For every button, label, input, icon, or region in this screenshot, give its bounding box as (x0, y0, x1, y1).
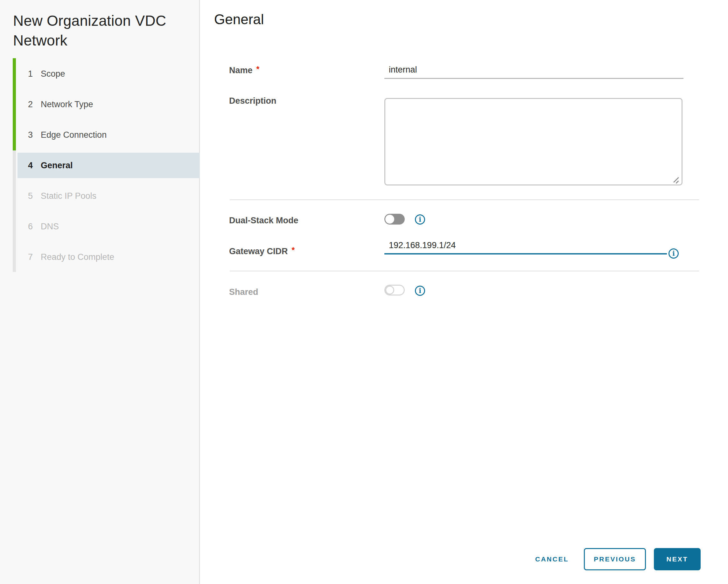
name-label: Name* (229, 65, 259, 75)
step-label: Static IP Pools (41, 191, 97, 201)
step-number: 6 (28, 222, 41, 232)
cancel-button[interactable]: CANCEL (528, 548, 576, 570)
shared-toggle (384, 285, 405, 295)
step-item-scope[interactable]: 1 Scope (0, 58, 200, 89)
step-label: General (41, 161, 73, 170)
step-number: 1 (28, 69, 41, 79)
textarea-resize-handle-icon[interactable] (673, 176, 681, 184)
dual-stack-toggle[interactable] (384, 214, 405, 224)
wizard-title: New Organization VDC Network (13, 11, 191, 50)
step-item-general[interactable]: 4 General (0, 150, 200, 181)
step-item-edge-connection[interactable]: 3 Edge Connection (0, 120, 200, 150)
step-number: 5 (28, 191, 41, 201)
page-title: General (214, 11, 264, 27)
step-number: 4 (28, 161, 41, 170)
section-divider (230, 271, 699, 271)
step-number: 3 (28, 130, 41, 140)
step-item-network-type[interactable]: 2 Network Type (0, 89, 200, 120)
step-number: 7 (28, 252, 41, 262)
dual-stack-mode-label: Dual-Stack Mode (229, 216, 298, 225)
info-icon[interactable]: i (669, 248, 679, 259)
required-asterisk: * (292, 245, 295, 255)
step-label: Edge Connection (41, 130, 107, 140)
step-label: Network Type (41, 100, 93, 109)
toggle-knob (385, 286, 394, 295)
gateway-cidr-label: Gateway CIDR* (229, 246, 295, 256)
step-item-static-ip-pools: 5 Static IP Pools (0, 181, 200, 211)
step-item-ready-to-complete: 7 Ready to Complete (0, 242, 200, 272)
step-label: Scope (41, 69, 65, 79)
previous-button[interactable]: PREVIOUS (584, 548, 646, 570)
name-input[interactable] (384, 63, 683, 79)
gateway-cidr-input[interactable] (384, 239, 667, 255)
wizard-sidebar: New Organization VDC Network 1 Scope 2 N… (0, 0, 200, 584)
info-icon[interactable]: i (415, 286, 425, 296)
step-item-dns: 6 DNS (0, 211, 200, 242)
info-icon[interactable]: i (415, 214, 425, 224)
description-textarea[interactable] (384, 98, 682, 185)
shared-label: Shared (229, 287, 258, 297)
next-button[interactable]: NEXT (654, 548, 701, 570)
step-label: DNS (41, 222, 59, 232)
wizard-page-general: General Name* Description Dual-Stack Mod… (201, 0, 728, 584)
toggle-knob (385, 215, 394, 223)
section-divider (230, 200, 699, 200)
description-label: Description (229, 96, 277, 106)
step-number: 2 (28, 100, 41, 109)
step-label: Ready to Complete (41, 252, 114, 262)
required-asterisk: * (257, 64, 260, 74)
